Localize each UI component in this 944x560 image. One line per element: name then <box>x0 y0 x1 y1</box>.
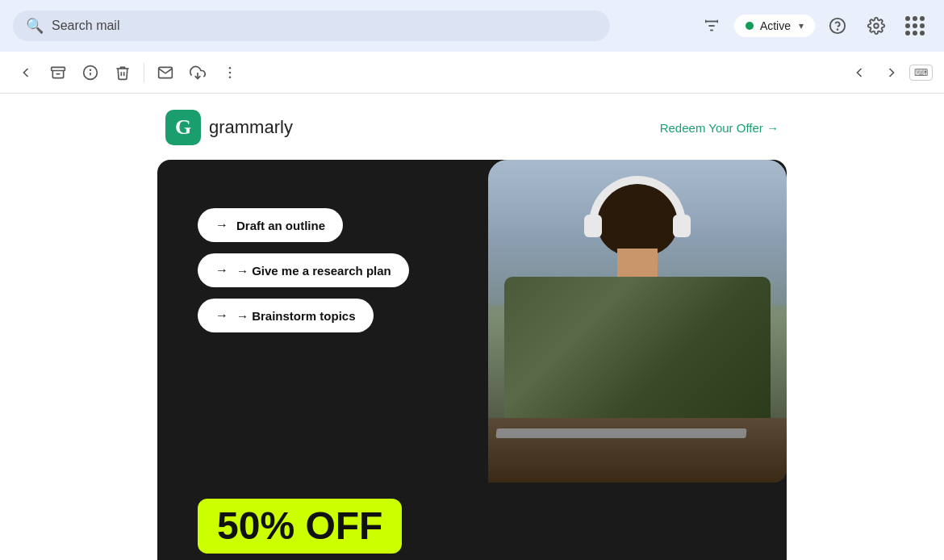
arrow-icon-1: → <box>215 218 228 232</box>
top-bar-actions: Active ▾ <box>695 10 931 42</box>
laptop-base <box>495 428 746 438</box>
chevron-down-icon: ▾ <box>799 20 804 31</box>
ad-banner-inner: → Draft an outline → → Give me a researc… <box>157 160 787 483</box>
archive-button[interactable] <box>44 58 73 87</box>
person-body <box>504 277 771 434</box>
ad-prompts-section: → Draft an outline → → Give me a researc… <box>157 160 488 483</box>
keyboard-shortcut-icon[interactable]: ⌨ <box>909 65 933 81</box>
grammarly-logo: G grammarly <box>165 110 293 145</box>
research-plan-pill[interactable]: → → Give me a research plan <box>198 253 409 287</box>
svg-point-6 <box>837 29 838 30</box>
research-plan-label: → Give me a research plan <box>236 264 391 278</box>
filter-button[interactable] <box>695 10 728 42</box>
svg-point-14 <box>229 66 232 69</box>
desk-surface <box>488 418 787 483</box>
ad-student-image <box>488 160 787 483</box>
back-button[interactable] <box>11 58 40 87</box>
svg-rect-8 <box>52 67 65 70</box>
toolbar-divider-1 <box>144 63 144 82</box>
draft-outline-pill[interactable]: → Draft an outline <box>198 208 343 242</box>
email-content-area: G grammarly Redeem Your Offer → → Draft … <box>141 110 803 560</box>
email-body: G grammarly Redeem Your Offer → → Draft … <box>0 94 944 560</box>
email-toolbar: ⌨ <box>0 52 944 94</box>
apps-grid-icon <box>905 16 925 36</box>
redeem-offer-link[interactable]: Redeem Your Offer → <box>660 121 779 135</box>
grammarly-g-icon: G <box>165 110 201 145</box>
draft-outline-label: Draft an outline <box>236 219 325 232</box>
discount-text: 50% OFF <box>217 504 382 547</box>
more-button[interactable] <box>215 58 244 87</box>
top-bar: 🔍 Search mail Active ▾ <box>0 0 944 52</box>
mark-email-button[interactable] <box>151 58 180 87</box>
grammarly-brand-name: grammarly <box>209 117 293 138</box>
person-neck <box>617 249 658 281</box>
headphone-right-cup <box>673 215 691 237</box>
search-icon: 🔍 <box>26 17 44 35</box>
email-header: G grammarly Redeem Your Offer → <box>157 110 787 145</box>
active-label: Active <box>760 19 791 32</box>
ad-banner: → Draft an outline → → Give me a researc… <box>157 160 787 560</box>
toolbar-right-section: ⌨ <box>845 58 933 87</box>
student-photo-bg <box>488 160 787 483</box>
prev-email-button[interactable] <box>845 58 874 87</box>
brainstorm-topics-label: → Brainstorm topics <box>236 309 356 323</box>
arrow-icon-3: → <box>215 308 228 323</box>
discount-badge: 50% OFF <box>198 499 402 554</box>
move-to-button[interactable] <box>183 58 212 87</box>
info-button[interactable] <box>76 58 105 87</box>
search-input-label: Search mail <box>52 19 119 33</box>
next-email-button[interactable] <box>877 58 906 87</box>
search-bar[interactable]: 🔍 Search mail <box>13 10 610 41</box>
help-button[interactable] <box>821 10 854 42</box>
brainstorm-topics-pill[interactable]: → → Brainstorm topics <box>198 299 374 332</box>
arrow-icon-2: → <box>215 263 228 278</box>
svg-point-16 <box>229 76 232 78</box>
discount-section: 50% OFF <box>157 483 787 560</box>
active-status-badge[interactable]: Active ▾ <box>734 15 815 37</box>
headphone-left-cup <box>584 215 602 237</box>
svg-point-15 <box>229 71 232 73</box>
svg-point-7 <box>874 23 879 28</box>
settings-button[interactable] <box>860 10 892 42</box>
apps-button[interactable] <box>899 10 931 42</box>
delete-button[interactable] <box>108 58 137 87</box>
active-dot-icon <box>746 22 754 30</box>
